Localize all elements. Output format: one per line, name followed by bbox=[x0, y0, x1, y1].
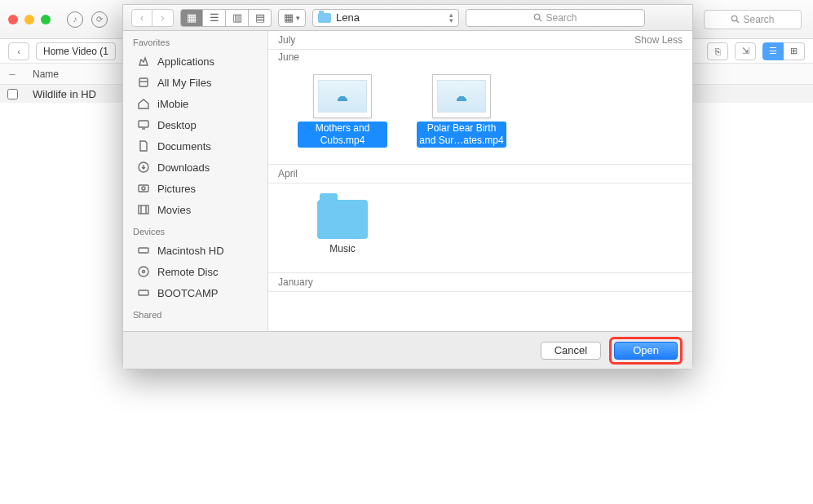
view-toggle: ☰ ⊞ bbox=[762, 42, 805, 60]
coverflow-view-button[interactable]: ▤ bbox=[249, 9, 272, 27]
svg-rect-6 bbox=[139, 121, 148, 127]
sidebar-item-all-my-files[interactable]: All My Files bbox=[123, 72, 267, 93]
dialog-search[interactable]: Search bbox=[466, 9, 645, 27]
music-icon[interactable]: ♪ bbox=[67, 11, 83, 28]
nav-forward-button[interactable]: › bbox=[152, 9, 174, 27]
sidebar-item-pictures[interactable]: Pictures bbox=[123, 178, 267, 199]
search-field[interactable]: Search bbox=[704, 10, 802, 29]
svg-point-16 bbox=[143, 271, 145, 273]
sidebar-item-movies[interactable]: Movies bbox=[123, 199, 267, 220]
search-icon bbox=[533, 13, 542, 22]
documents-icon bbox=[136, 139, 151, 153]
folder-name: Music bbox=[327, 242, 357, 256]
section-july: July Show Less bbox=[268, 31, 692, 50]
export-icon[interactable]: ⇲ bbox=[735, 42, 756, 60]
sidebar-item-remote-disc[interactable]: Remote Disc bbox=[123, 261, 267, 282]
file-item[interactable]: Polar Bear Birth and Sur…ates.mp4 bbox=[417, 74, 506, 148]
svg-rect-4 bbox=[139, 78, 148, 86]
import-icon[interactable]: ⎘ bbox=[707, 42, 728, 60]
search-icon bbox=[731, 15, 740, 24]
sidebar-item-applications[interactable]: Applications bbox=[123, 51, 267, 72]
sidebar-item-bootcamp[interactable]: BOOTCAMP bbox=[123, 282, 267, 303]
home-icon bbox=[136, 96, 151, 111]
shared-header: Shared bbox=[123, 303, 267, 323]
column-view-button[interactable]: ▥ bbox=[226, 9, 249, 27]
disc-icon bbox=[136, 264, 151, 279]
path-label: Lena bbox=[336, 11, 360, 24]
list-view-button[interactable]: ☰ bbox=[762, 42, 784, 60]
arrange-button[interactable]: ▦ ▾ bbox=[278, 9, 306, 27]
folder-icon bbox=[317, 200, 368, 239]
favorites-header: Favorites bbox=[123, 31, 267, 51]
zoom-icon[interactable] bbox=[41, 15, 51, 24]
all-files-icon bbox=[136, 75, 151, 90]
video-thumbnail-icon bbox=[313, 74, 372, 118]
section-label: April bbox=[278, 168, 298, 179]
cancel-button[interactable]: Cancel bbox=[541, 342, 601, 360]
sidebar-item-macintosh-hd[interactable]: Macintosh HD bbox=[123, 240, 267, 261]
dialog-footer: Cancel Open bbox=[123, 331, 692, 369]
sidebar-item-documents[interactable]: Documents bbox=[123, 135, 267, 157]
open-button[interactable]: Open bbox=[614, 342, 678, 360]
open-dialog: ‹ › ▦ ☰ ▥ ▤ ▦ ▾ Lena ▴▾ Search Favorites… bbox=[122, 4, 693, 369]
open-highlight: Open bbox=[609, 337, 683, 365]
sidebar: Favorites Applications All My Files iMob… bbox=[123, 31, 268, 331]
sidebar-item-desktop[interactable]: Desktop bbox=[123, 114, 267, 135]
svg-line-3 bbox=[540, 19, 542, 21]
downloads-icon bbox=[136, 160, 151, 175]
dialog-toolbar: ‹ › ▦ ☰ ▥ ▤ ▦ ▾ Lena ▴▾ Search bbox=[123, 5, 692, 31]
pictures-icon bbox=[136, 181, 151, 196]
nav-buttons: ‹ › bbox=[131, 9, 174, 27]
show-less-button[interactable]: Show Less bbox=[634, 34, 683, 46]
svg-point-0 bbox=[732, 15, 737, 20]
april-grid: Music bbox=[268, 183, 692, 272]
hdd-icon bbox=[136, 243, 151, 258]
row-name: Wildlife in HD bbox=[24, 88, 96, 100]
file-name: Polar Bear Birth and Sur…ates.mp4 bbox=[417, 122, 506, 148]
name-column[interactable]: Name bbox=[24, 69, 59, 80]
minimize-icon[interactable] bbox=[24, 15, 34, 24]
sync-icon[interactable]: ⟳ bbox=[91, 11, 108, 28]
icon-view-button[interactable]: ▦ bbox=[180, 9, 203, 27]
file-item[interactable]: Mothers and Cubs.mp4 bbox=[298, 74, 387, 148]
file-browser: July Show Less June Mothers and Cubs.mp4… bbox=[268, 31, 692, 331]
view-mode-segment: ▦ ☰ ▥ ▤ bbox=[180, 9, 272, 27]
dialog-body: Favorites Applications All My Files iMob… bbox=[123, 31, 692, 331]
close-icon[interactable] bbox=[8, 15, 18, 24]
search-placeholder: Search bbox=[546, 12, 577, 24]
nav-back-button[interactable]: ‹ bbox=[131, 9, 152, 27]
updown-icon: ▴▾ bbox=[449, 12, 453, 24]
back-button[interactable]: ‹ bbox=[8, 42, 29, 60]
search-placeholder: Search bbox=[743, 14, 774, 25]
hdd-icon bbox=[136, 285, 151, 300]
svg-rect-17 bbox=[139, 290, 148, 295]
applications-icon bbox=[136, 54, 151, 69]
sidebar-item-imobie[interactable]: iMobie bbox=[123, 93, 267, 114]
svg-point-2 bbox=[535, 14, 540, 19]
row-checkbox[interactable] bbox=[0, 89, 24, 99]
grid-view-button[interactable]: ⊞ bbox=[784, 42, 805, 60]
expand-all-icon[interactable]: – bbox=[0, 68, 24, 80]
devices-header: Devices bbox=[123, 220, 267, 240]
svg-point-15 bbox=[139, 267, 148, 276]
svg-point-10 bbox=[142, 187, 145, 190]
svg-line-1 bbox=[737, 20, 740, 23]
section-june-label: June bbox=[268, 50, 692, 63]
video-thumbnail-icon bbox=[432, 74, 491, 118]
folder-item[interactable]: Music bbox=[298, 195, 387, 256]
sidebar-item-downloads[interactable]: Downloads bbox=[123, 157, 267, 178]
section-label: July bbox=[278, 34, 295, 46]
list-view-button[interactable]: ☰ bbox=[203, 9, 226, 27]
path-popup[interactable]: Lena ▴▾ bbox=[312, 9, 459, 27]
section-april: April bbox=[268, 164, 692, 183]
svg-rect-11 bbox=[139, 206, 148, 214]
traffic-lights bbox=[8, 15, 51, 24]
svg-rect-9 bbox=[139, 185, 148, 192]
svg-rect-14 bbox=[139, 248, 148, 253]
movies-icon bbox=[136, 202, 151, 217]
folder-icon bbox=[318, 13, 331, 23]
breadcrumb[interactable]: Home Video (1 bbox=[36, 42, 116, 60]
june-grid: Mothers and Cubs.mp4 Polar Bear Birth an… bbox=[268, 63, 692, 164]
desktop-icon bbox=[136, 117, 151, 132]
file-name: Mothers and Cubs.mp4 bbox=[298, 122, 387, 148]
